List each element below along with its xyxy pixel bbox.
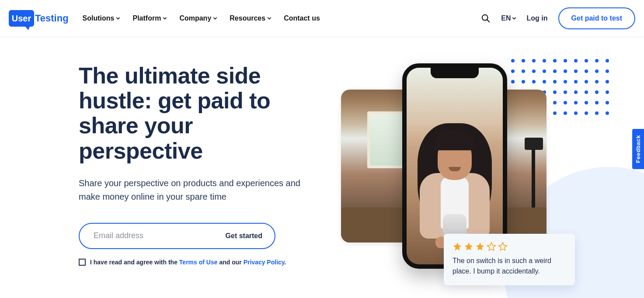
logo-text: Testing — [35, 13, 69, 24]
chevron-down-icon — [512, 16, 516, 21]
chevron-down-icon — [163, 16, 167, 21]
nav-solutions[interactable]: Solutions — [83, 14, 121, 22]
consent-prefix: I have read and agree with the — [90, 259, 179, 266]
email-signup-pill: Get started — [79, 223, 275, 249]
chevron-down-icon — [116, 16, 120, 21]
privacy-link[interactable]: Privacy Policy — [244, 259, 285, 266]
consent-text: I have read and agree with the Terms of … — [90, 259, 286, 266]
star-empty-icon — [487, 242, 496, 251]
star-empty-icon — [498, 242, 508, 251]
login-link[interactable]: Log in — [527, 14, 548, 22]
consent-row: I have read and agree with the Terms of … — [79, 259, 306, 266]
chevron-down-icon — [213, 16, 217, 21]
nav-contact[interactable]: Contact us — [284, 14, 320, 22]
get-paid-button[interactable]: Get paid to test — [558, 7, 635, 29]
person-illustration — [415, 112, 494, 252]
nav-label: Platform — [132, 14, 161, 22]
hero-left: The ultimate side hustle: get paid to sh… — [79, 63, 306, 266]
svg-line-1 — [487, 20, 490, 22]
star-rating — [453, 242, 566, 251]
consent-suffix: . — [285, 259, 286, 266]
main-nav: Solutions Platform Company Resources Con… — [83, 14, 320, 22]
star-filled-icon — [453, 242, 462, 251]
site-header: User Testing Solutions Platform Company … — [0, 0, 644, 37]
search-button[interactable] — [481, 14, 491, 23]
hero-headline: The ultimate side hustle: get paid to sh… — [79, 63, 306, 163]
terms-link[interactable]: Terms of Use — [179, 259, 218, 266]
email-input[interactable] — [94, 231, 226, 240]
feedback-label: Feedback — [635, 135, 641, 163]
review-text: The on switch is in such a weird place. … — [453, 256, 566, 277]
tripod-icon — [516, 146, 547, 225]
header-left: User Testing Solutions Platform Company … — [9, 10, 320, 27]
nav-label: Company — [179, 14, 211, 22]
review-card: The on switch is in such a weird place. … — [444, 234, 575, 285]
get-started-button[interactable]: Get started — [226, 232, 262, 240]
nav-platform[interactable]: Platform — [132, 14, 167, 22]
nav-label: Contact us — [284, 14, 320, 22]
consent-mid: and our — [218, 259, 244, 266]
nav-label: Solutions — [83, 14, 115, 22]
hero-illustration: The on switch is in such a weird place. … — [341, 63, 618, 298]
hero-subheadline: Share your perspective on products and e… — [79, 177, 306, 204]
phone-notch-icon — [431, 68, 479, 78]
consent-checkbox[interactable] — [79, 259, 86, 266]
search-icon — [481, 14, 491, 23]
nav-resources[interactable]: Resources — [230, 14, 272, 22]
nav-company[interactable]: Company — [179, 14, 217, 22]
star-filled-icon — [475, 242, 485, 251]
logo-bubble-icon: User — [9, 10, 34, 27]
header-right: EN Log in Get paid to test — [481, 7, 635, 29]
feedback-tab[interactable]: Feedback — [632, 129, 644, 169]
language-selector[interactable]: EN — [501, 14, 516, 22]
nav-label: Resources — [230, 14, 265, 22]
chevron-down-icon — [267, 16, 272, 21]
hero-section: The ultimate side hustle: get paid to sh… — [0, 37, 644, 298]
logo-bubble-text: User — [12, 14, 31, 24]
star-filled-icon — [464, 242, 473, 251]
logo[interactable]: User Testing — [9, 10, 69, 27]
language-label: EN — [501, 14, 511, 22]
